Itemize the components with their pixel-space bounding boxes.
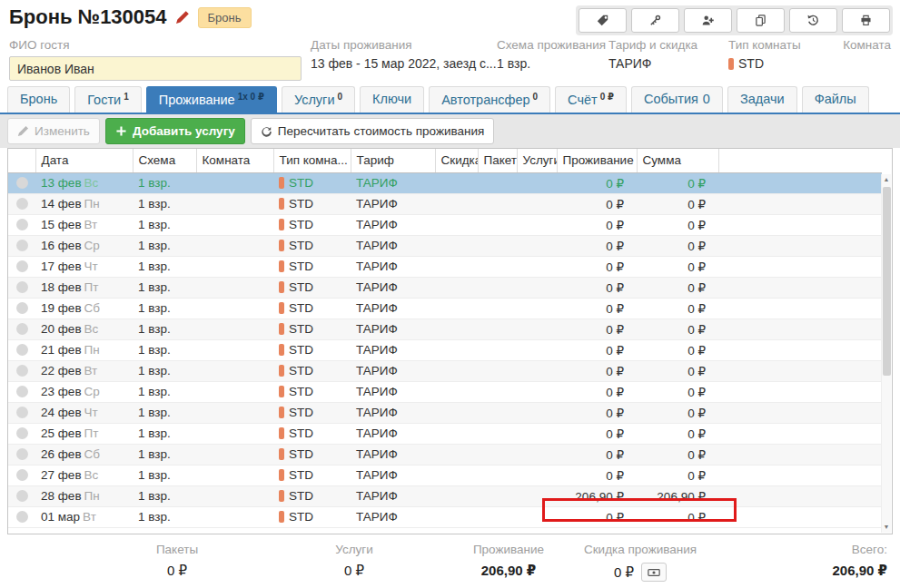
field-value-room-type: STD (728, 56, 837, 71)
table-row-27-фев[interactable]: 27 февВс1 взр.STDТАРИФ0 ₽0 ₽ (8, 465, 882, 485)
row-radio-button[interactable] (16, 240, 28, 251)
refresh-icon (261, 125, 272, 137)
row-radio-button[interactable] (16, 365, 28, 377)
filler-cell (718, 360, 882, 381)
toolbar-tags-button[interactable] (579, 8, 627, 33)
room-cell (196, 506, 273, 527)
date-cell: 19 февСб (35, 298, 133, 318)
tab-guests[interactable]: Гости1 (74, 86, 142, 113)
edit-title-pencil-icon[interactable] (175, 10, 190, 24)
lodging-cell: 0 ₽ (557, 172, 637, 193)
tab-keys[interactable]: Ключи (360, 86, 424, 113)
summary-value-services: 0 ₽ (344, 563, 364, 579)
table-row-21-фев[interactable]: 21 февПн1 взр.STDТАРИФ0 ₽0 ₽ (8, 339, 882, 360)
row-radio-button[interactable] (16, 219, 28, 230)
row-radio-button[interactable] (16, 490, 28, 502)
table-row-16-фев[interactable]: 16 февСр1 взр.STDТАРИФ0 ₽0 ₽ (8, 235, 882, 256)
add-service-button[interactable]: Добавить услугу (105, 118, 245, 144)
table-row-13-фев[interactable]: 13 февВс1 взр.STDТАРИФ0 ₽0 ₽ (8, 172, 882, 193)
scroll-down-arrow-icon[interactable]: ▼ (882, 522, 891, 533)
row-radio-button[interactable] (16, 281, 28, 293)
day-of-week: Вс (84, 322, 99, 336)
row-radio-button[interactable] (16, 427, 28, 439)
table-row-28-фев[interactable]: 28 февПн1 взр.STDТАРИФ206,90 ₽206,90 ₽ (8, 485, 882, 506)
row-select-cell (8, 485, 35, 506)
row-select-cell (8, 256, 35, 277)
row-radio-button[interactable] (16, 344, 28, 356)
tab-tasks[interactable]: Задачи (727, 86, 797, 113)
tab-files[interactable]: Файлы (802, 86, 869, 113)
package-cell (478, 214, 517, 235)
room-type-marker-icon (279, 448, 284, 460)
services-cell (517, 506, 557, 527)
tab-events[interactable]: События0 (631, 86, 723, 113)
row-radio-button[interactable] (16, 469, 28, 481)
tariff-cell: ТАРИФ (351, 506, 435, 527)
column-header-2: Схема (133, 149, 196, 172)
recalculate-button[interactable]: Пересчитать стоимость проживания (251, 118, 495, 144)
tariff-cell: ТАРИФ (351, 485, 435, 506)
toolbar-print-button[interactable] (842, 8, 890, 33)
table-row-22-фев[interactable]: 22 февВт1 взр.STDТАРИФ0 ₽0 ₽ (8, 360, 882, 381)
services-cell (517, 444, 557, 465)
toolbar-keys-button[interactable] (631, 8, 679, 33)
row-select-cell (8, 506, 35, 527)
tab-services[interactable]: Услуги0 (282, 86, 355, 113)
key-icon (649, 15, 661, 26)
table-row-23-фев[interactable]: 23 февСр1 взр.STDТАРИФ0 ₽0 ₽ (8, 381, 882, 402)
vertical-scrollbar[interactable]: ▲ ▼ (881, 174, 891, 533)
table-row-26-фев[interactable]: 26 февСб1 взр.STDТАРИФ0 ₽0 ₽ (8, 444, 882, 465)
toolbar-history-button[interactable] (789, 8, 837, 33)
table-row-18-фев[interactable]: 18 февПт1 взр.STDТАРИФ0 ₽0 ₽ (8, 277, 882, 298)
toolbar-copy-button[interactable] (737, 8, 785, 33)
field-occupancy-scheme: Схема проживания1 взр. (497, 38, 608, 86)
tab-autotransfer[interactable]: Автотрансфер0 (429, 86, 550, 113)
tab-booking[interactable]: Бронь (7, 86, 70, 113)
room-type-marker-icon (279, 323, 284, 335)
date-cell: 18 февПт (35, 277, 133, 298)
scroll-up-arrow-icon[interactable]: ▲ (882, 174, 891, 185)
toolbar-add-guest-button[interactable] (684, 8, 732, 33)
table-row-24-фев[interactable]: 24 февЧт1 взр.STDТАРИФ0 ₽0 ₽ (8, 402, 882, 423)
discount-cell (435, 318, 478, 339)
print-icon (860, 15, 872, 26)
tab-label: Ключи (372, 92, 411, 106)
room-type-cell: STD (273, 277, 351, 298)
summary-value-wrap-total: 206,90 ₽ (706, 563, 887, 579)
table-row-15-фев[interactable]: 15 февВт1 взр.STDТАРИФ0 ₽0 ₽ (8, 214, 882, 235)
room-type-marker-icon (279, 427, 284, 439)
row-radio-button[interactable] (16, 448, 28, 460)
room-type-cell: STD (273, 193, 351, 214)
table-row-20-фев[interactable]: 20 февВс1 взр.STDТАРИФ0 ₽0 ₽ (8, 318, 882, 339)
row-radio-button[interactable] (16, 323, 28, 335)
room-type-cell: STD (273, 298, 351, 318)
guest-name-input[interactable] (9, 56, 302, 81)
room-type-cell: STD (273, 360, 351, 381)
table-row-01-мар[interactable]: 01 марВт1 взр.STDТАРИФ0 ₽0 ₽ (8, 506, 882, 527)
row-radio-button[interactable] (16, 511, 28, 523)
table-row-19-фев[interactable]: 19 февСб1 взр.STDТАРИФ0 ₽0 ₽ (8, 298, 882, 318)
tab-invoice[interactable]: Счёт0 ₽ (555, 86, 627, 113)
row-radio-button[interactable] (16, 407, 28, 418)
package-cell (478, 298, 517, 318)
row-radio-button[interactable] (16, 260, 28, 272)
table-row-17-фев[interactable]: 17 февЧт1 взр.STDТАРИФ0 ₽0 ₽ (8, 256, 882, 277)
page-title: Бронь №130054 (9, 5, 167, 29)
table-row-14-фев[interactable]: 14 февПн1 взр.STDТАРИФ0 ₽0 ₽ (8, 193, 882, 214)
discount-money-button[interactable] (641, 563, 667, 582)
row-radio-button[interactable] (16, 177, 28, 189)
field-label-stay-dates: Даты проживания (311, 38, 497, 52)
row-radio-button[interactable] (16, 302, 28, 314)
tab-badge: 0 (703, 92, 710, 106)
room-cell (196, 298, 273, 318)
tab-lodging[interactable]: Проживание1x 0 ₽ (146, 86, 277, 113)
scheme-cell: 1 взр. (133, 298, 196, 318)
scrollbar-thumb[interactable] (883, 187, 891, 376)
row-radio-button[interactable] (16, 198, 28, 210)
tariff-cell: ТАРИФ (351, 277, 435, 298)
services-cell (517, 423, 557, 444)
table-row-25-фев[interactable]: 25 февПт1 взр.STDТАРИФ0 ₽0 ₽ (8, 423, 882, 444)
tariff-cell: ТАРИФ (351, 214, 435, 235)
services-cell (517, 214, 557, 235)
row-radio-button[interactable] (16, 386, 28, 397)
